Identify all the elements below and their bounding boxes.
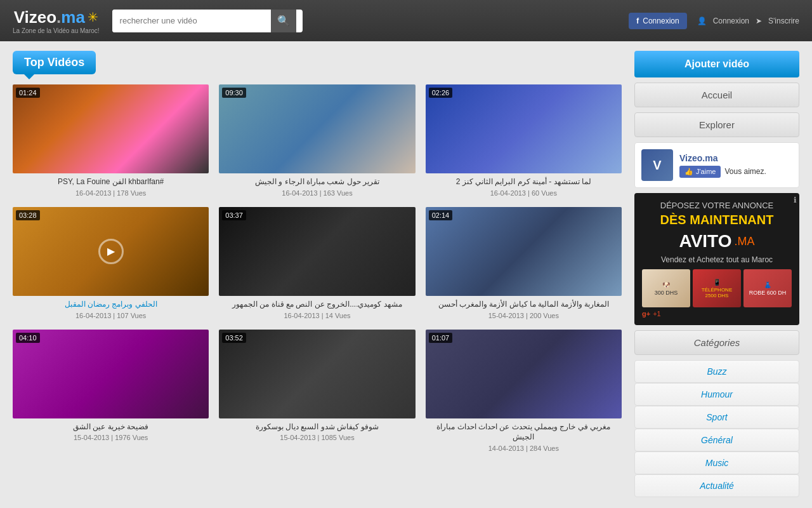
ad-dress-price: ROBE 600 DH [749, 290, 787, 296]
video-thumb: 01:24 [13, 84, 209, 173]
video-duration: 03:37 [222, 210, 246, 220]
section-title: Top Vidéos [13, 51, 96, 74]
fb-vous-aimez: Vous aimez. [724, 167, 766, 176]
thumbs-up-icon: 👍 [684, 168, 693, 176]
video-title: المغاربة والأزمة المالية ما كياش الأزمة … [426, 299, 622, 310]
category-item[interactable]: Music [634, 451, 799, 474]
content-area: Top Vidéos 01:24 #khbarlfan الفن PSY, La… [13, 51, 622, 497]
fb-like-button[interactable]: 👍 J'aime [679, 166, 721, 178]
logo-area: Vizeo.ma ✳ La Zone de la Vidéo au Maroc! [13, 8, 100, 34]
ad-item-dog[interactable]: 🐶 300 DHS [642, 269, 690, 307]
add-video-button[interactable]: Ajouter vidéo [634, 51, 799, 77]
info-icon: ℹ [794, 196, 797, 204]
ad-dog-price: 300 DHS [655, 290, 678, 296]
video-thumb: 03:37 [219, 207, 415, 296]
play-icon: ▶ [98, 239, 124, 264]
dress-emoji: 👗 [764, 281, 771, 288]
main-container: Top Vidéos 01:24 #khbarlfan الفن PSY, La… [6, 41, 806, 507]
video-meta: 16-04-2013 | 107 Vues [13, 312, 209, 319]
ad-des-maintenant: DÈS MAINTENANT [642, 213, 792, 227]
video-card[interactable]: 03:37 مشهد كوميدي....الخروج عن النص مع ق… [219, 207, 415, 319]
fb-icon: f [636, 17, 639, 25]
fb-like-row: 👍 J'aime Vous aimez. [679, 166, 766, 178]
video-grid: 01:24 #khbarlfan الفن PSY, La Fouine 16-… [13, 84, 622, 452]
video-duration: 02:26 [429, 88, 453, 98]
avito-logo-text: AVITO [679, 231, 732, 251]
video-meta: 16-04-2013 | 60 Vues [426, 189, 622, 197]
categories-list: BuzzHumourSportGénéralMusicActualité [634, 360, 799, 497]
category-item[interactable]: Buzz [634, 360, 799, 383]
video-title: تقرير حول شعب مباراة الرجاء و الجيش [219, 177, 415, 187]
explorer-button[interactable]: Explorer [634, 112, 799, 137]
video-title: مشهد كوميدي....الخروج عن النص مع قناة من… [219, 299, 415, 310]
video-card[interactable]: 03:52 شوفو كيفاش شدو السبع ديال بوسكورة … [219, 330, 415, 453]
search-input[interactable] [112, 10, 271, 32]
fb-connect-button[interactable]: f Connexion [629, 13, 686, 29]
category-item[interactable]: Sport [634, 406, 799, 429]
video-title: فضيحة خيرية عين الشق [13, 422, 209, 432]
fb-widget-logo: V [641, 149, 673, 181]
fb-widget-name: Vizeo.ma [679, 153, 766, 163]
category-item[interactable]: Humour [634, 383, 799, 406]
arrow-icon: ➤ [756, 17, 762, 25]
video-card[interactable]: 01:07 مغربي في خارج ويمملي يتحدث عن احدا… [426, 330, 622, 453]
video-thumb: 03:52 [219, 330, 415, 418]
video-card[interactable]: 03:28 ▶ الحلفي وبرامج رمضان المقبل 16-04… [13, 207, 209, 319]
ad-gplus: g+ +1 [642, 310, 792, 318]
categories-title: Catégories [634, 330, 799, 355]
accueil-button[interactable]: Accueil [634, 83, 799, 107]
video-card[interactable]: 02:14 المغاربة والأزمة المالية ما كياش ا… [426, 207, 622, 319]
category-item[interactable]: Général [634, 429, 799, 451]
video-duration: 03:28 [16, 210, 40, 220]
video-thumb: 04:10 [13, 330, 209, 418]
video-title: شوفو كيفاش شدو السبع ديال بوسكورة [219, 422, 415, 432]
search-button[interactable]: 🔍 [271, 10, 296, 32]
video-thumb: 02:26 [426, 84, 622, 173]
video-card[interactable]: 09:30 تقرير حول شعب مباراة الرجاء و الجي… [219, 84, 415, 197]
sinscrire-link[interactable]: S'inscrire [768, 17, 799, 25]
video-duration: 02:14 [429, 210, 453, 220]
ad-item-dress[interactable]: 👗 ROBE 600 DH [743, 269, 792, 307]
category-item[interactable]: Actualité [634, 474, 799, 497]
phone-emoji: 📱 [713, 279, 721, 286]
video-meta: 15-04-2013 | 1085 Vues [219, 434, 415, 441]
connexion-link[interactable]: Connexion [713, 17, 749, 25]
fb-connect-label: Connexion [643, 17, 679, 25]
video-card[interactable]: 02:26 لما تستشهد - أمينة كرم البرايم الث… [426, 84, 622, 197]
ad-vendez: Vendez et Achetez tout au Maroc [642, 255, 792, 264]
fb-widget-text: Vizeo.ma 👍 J'aime Vous aimez. [679, 153, 766, 178]
video-title: #khbarlfan الفن PSY, La Fouine [13, 177, 209, 187]
dog-emoji: 🐶 [662, 281, 670, 288]
fb-logo-icon: V [653, 158, 661, 173]
header: Vizeo.ma ✳ La Zone de la Vidéo au Maroc!… [0, 0, 812, 41]
logo-subtitle: La Zone de la Vidéo au Maroc! [13, 27, 100, 34]
video-meta: 15-04-2013 | 1976 Vues [13, 434, 209, 441]
video-meta: 16-04-2013 | 14 Vues [219, 312, 415, 319]
user-icon: 👤 [697, 17, 707, 25]
video-duration: 09:30 [222, 88, 246, 98]
gplus-plus1: +1 [653, 310, 661, 318]
avito-tld: .MA [734, 235, 754, 248]
video-title: لما تستشهد - أمينة كرم البرايم الثاني كن… [426, 177, 622, 187]
video-thumb: 03:28 ▶ [13, 207, 209, 296]
logo-sun-icon: ✳ [88, 10, 98, 25]
video-card[interactable]: 04:10 فضيحة خيرية عين الشق 15-04-2013 | … [13, 330, 209, 453]
video-thumb: 01:07 [426, 330, 622, 418]
video-meta: 15-04-2013 | 200 Vues [426, 312, 622, 319]
video-thumb: 09:30 [219, 84, 415, 173]
logo-text: Vizeo.ma [14, 8, 85, 27]
search-bar: 🔍 [112, 10, 303, 32]
video-title: مغربي في خارج ويمملي يتحدث عن احداث احدا… [426, 422, 622, 443]
video-duration: 01:07 [429, 333, 453, 343]
fb-widget: V Vizeo.ma 👍 J'aime Vous aimez. [634, 142, 799, 188]
header-links: 👤 Connexion ➤ S'inscrire [697, 17, 799, 25]
video-card[interactable]: 01:24 #khbarlfan الفن PSY, La Fouine 16-… [13, 84, 209, 197]
video-duration: 01:24 [16, 88, 40, 98]
header-right: f Connexion 👤 Connexion ➤ S'inscrire [629, 13, 799, 29]
video-duration: 04:10 [16, 333, 40, 343]
gplus-icon: g+ [642, 310, 650, 318]
ad-banner: ℹ DÉPOSEZ VOTRE ANNONCE DÈS MAINTENANT A… [634, 193, 799, 325]
ad-item-phone[interactable]: 📱 TÉLÉPHONE2500 DHS [693, 269, 741, 307]
video-duration: 03:52 [222, 333, 246, 343]
ad-deposit-text: DÉPOSEZ VOTRE ANNONCE [642, 201, 792, 210]
